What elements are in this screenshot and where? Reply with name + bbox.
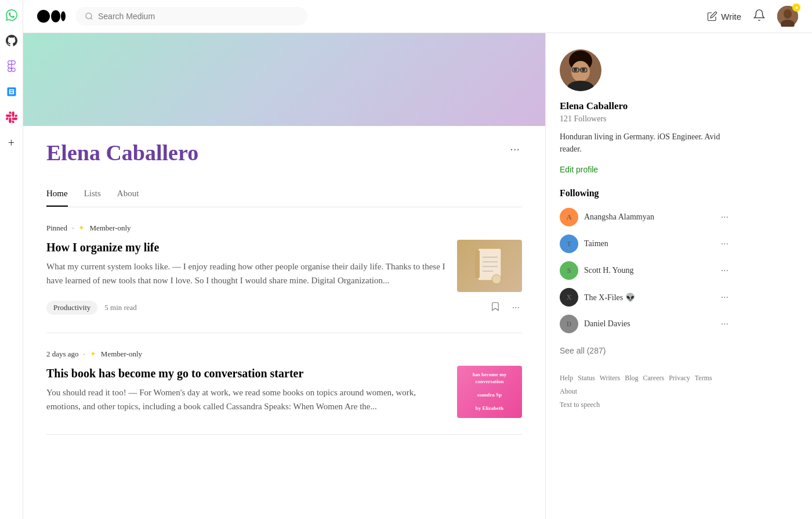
profile-tabs: Home Lists About (46, 182, 522, 207)
article-meta: Pinned · ✦ Member-only (46, 224, 522, 233)
tab-home[interactable]: Home (46, 182, 68, 207)
whatsapp-icon[interactable] (3, 7, 20, 23)
article-title[interactable]: How I organize my life (46, 240, 448, 255)
following-section: Following A Anangsha Alammyan ··· T Taim… (560, 188, 728, 374)
article-tag[interactable]: Productivity (46, 301, 97, 315)
following-name-0[interactable]: Anangsha Alammyan (584, 212, 654, 222)
svg-point-2 (61, 12, 66, 21)
write-label: Write (721, 12, 741, 21)
footer-blog[interactable]: Blog (625, 374, 638, 383)
top-navigation: Write ★ (23, 0, 812, 33)
member-star-icon: ✦ (78, 224, 85, 233)
following-avatar-0: A (560, 208, 578, 226)
following-more-2[interactable]: ··· (721, 265, 728, 276)
article-thumbnail (457, 240, 522, 292)
following-name-4[interactable]: Daniel Davies (584, 319, 630, 329)
profile-banner (23, 33, 545, 126)
sidebar-profile-name: Elena Caballero (560, 100, 728, 112)
figma-icon[interactable] (3, 58, 20, 74)
member-only-label2: Member-only (101, 349, 142, 359)
profile-name: Elena Caballero (46, 140, 198, 165)
premium-badge: ★ (792, 3, 800, 12)
following-item: S Scott H. Young ··· (560, 261, 728, 280)
save-article-button[interactable] (488, 299, 503, 316)
notion-icon[interactable] (3, 84, 20, 100)
sidebar-bio: Honduran living in Germany. iOS Engineer… (560, 131, 728, 155)
time-label: 2 days ago (46, 349, 79, 359)
following-more-1[interactable]: ··· (721, 239, 728, 249)
article-footer: Productivity 5 min read ··· (46, 299, 522, 316)
article-card: 2 days ago · ✦ Member-only This book has… (46, 333, 522, 435)
footer-help[interactable]: Help (560, 374, 573, 383)
sidebar-followers: 121 Followers (560, 114, 728, 124)
profile-more-button[interactable]: ··· (507, 140, 522, 158)
see-all-button[interactable]: See all (287) (560, 346, 606, 355)
user-avatar-menu[interactable]: ★ (777, 6, 798, 27)
text-to-speech-label: Text to speech (560, 401, 728, 409)
svg-point-20 (574, 68, 577, 71)
article-content2: This book has become my go to conversati… (46, 366, 522, 418)
svg-point-21 (582, 68, 585, 71)
following-more-4[interactable]: ··· (721, 319, 728, 329)
article-excerpt: What my current system looks like. — I e… (46, 260, 448, 287)
github-icon[interactable] (3, 33, 20, 49)
member-only-label: Member-only (89, 224, 130, 233)
following-more-0[interactable]: ··· (721, 212, 728, 222)
article-meta: 2 days ago · ✦ Member-only (46, 349, 522, 359)
footer-writers[interactable]: Writers (600, 374, 621, 383)
svg-rect-8 (475, 250, 480, 278)
slack-icon[interactable] (3, 109, 20, 125)
article-thumbnail2: has become my conversationssandra Spby E… (457, 366, 522, 418)
tab-about[interactable]: About (117, 182, 139, 207)
following-item: X The X-Files 👽 ··· (560, 288, 728, 307)
more-article-button[interactable]: ··· (510, 300, 522, 315)
right-sidebar: Elena Caballero 121 Followers Honduran l… (545, 33, 742, 519)
svg-point-0 (37, 10, 50, 23)
following-avatar-4: D (560, 315, 578, 333)
following-avatar-3: X (560, 288, 578, 307)
read-time: 5 min read (104, 303, 137, 312)
left-dock: + (0, 0, 23, 519)
pinned-label: Pinned (46, 224, 67, 233)
sidebar-avatar (560, 49, 601, 91)
article-excerpt2: You should read it too! — For Women's da… (46, 385, 448, 413)
search-icon (85, 12, 93, 21)
following-name-3[interactable]: The X-Files 👽 (584, 293, 635, 302)
svg-point-1 (51, 10, 60, 23)
search-input[interactable] (98, 12, 298, 21)
edit-profile-button[interactable]: Edit profile (560, 165, 598, 174)
following-avatar-1: T (560, 235, 578, 253)
svg-point-5 (784, 9, 792, 19)
following-item: T Taimen ··· (560, 235, 728, 253)
footer-careers[interactable]: Careers (643, 374, 665, 383)
profile-section: Elena Caballero ··· Home Lists About (23, 126, 545, 207)
nav-right: Write ★ (707, 6, 798, 27)
following-item: D Daniel Davies ··· (560, 315, 728, 333)
svg-point-3 (86, 13, 92, 19)
following-avatar-2: S (560, 261, 578, 280)
article-title2[interactable]: This book has become my go to conversati… (46, 366, 448, 381)
following-name-1[interactable]: Taimen (584, 239, 608, 248)
tab-lists[interactable]: Lists (84, 182, 101, 207)
main-content: Elena Caballero ··· Home Lists About Pin… (23, 33, 545, 519)
article-content: How I organize my life What my current s… (46, 240, 522, 292)
article-card: Pinned · ✦ Member-only How I organize my… (46, 207, 522, 333)
following-name-2[interactable]: Scott H. Young (584, 266, 634, 275)
footer-status[interactable]: Status (578, 374, 594, 383)
medium-logo[interactable] (37, 8, 66, 24)
member-star-icon2: ✦ (90, 349, 96, 359)
write-icon (707, 11, 717, 21)
articles-list: Pinned · ✦ Member-only How I organize my… (23, 207, 545, 435)
footer-privacy[interactable]: Privacy (669, 374, 690, 383)
following-item: A Anangsha Alammyan ··· (560, 208, 728, 226)
search-bar[interactable] (75, 7, 307, 26)
following-label: Following (560, 188, 728, 199)
svg-point-13 (492, 275, 501, 284)
add-more-icon[interactable]: + (3, 135, 20, 151)
footer-links: Help Status Writers Blog Careers Privacy… (560, 374, 728, 396)
following-more-3[interactable]: ··· (721, 292, 728, 302)
notifications-button[interactable] (753, 9, 766, 24)
footer-about[interactable]: About (560, 387, 577, 396)
write-button[interactable]: Write (707, 11, 741, 21)
footer-terms[interactable]: Terms (695, 374, 712, 383)
